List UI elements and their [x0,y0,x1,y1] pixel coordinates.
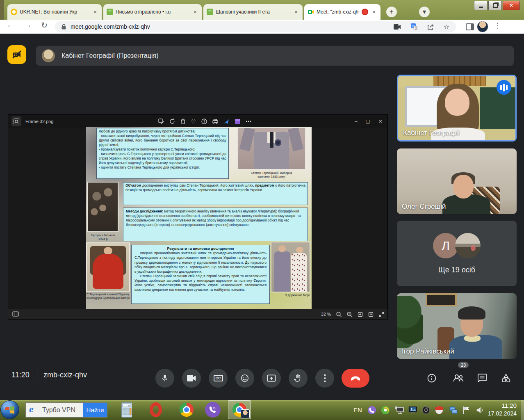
photos-filename: Frame 32.png [25,115,53,128]
info-icon[interactable] [201,119,207,124]
more-options-button[interactable] [315,369,334,388]
windows-taskbar: e Турбо VPN Найти 0 EN 1 [0,400,524,420]
tab-close-icon[interactable]: ✕ [192,9,198,15]
monitor-photo-tray-icon[interactable] [408,406,417,415]
antivirus-shield-tray-icon[interactable] [435,406,444,415]
taskbar-clock[interactable]: 11:20 17.02.2024 [467,402,517,417]
tab-participants[interactable]: Шановні учасники ІІ ета ✕ [203,4,303,20]
filmstrip-toggle-icon[interactable] [12,311,19,317]
security-360-tray-icon[interactable] [381,406,390,415]
favorite-heart-icon[interactable]: ♡ [191,119,196,125]
participants-icon[interactable] [453,373,464,382]
display-settings-tray-icon[interactable] [394,406,403,415]
tab-search-chevron-icon[interactable]: ▾ [419,7,430,17]
lock-icon[interactable] [62,24,66,30]
meeting-details-icon[interactable] [427,373,437,383]
back-icon[interactable]: ← [7,21,14,30]
avatar-landscape [455,233,481,258]
end-call-button[interactable] [342,369,369,388]
bookmark-star-icon[interactable]: ☆ [444,23,449,31]
minimize-button[interactable] [474,1,488,10]
tab-meet-active[interactable]: Meet: "zmb-cxiz-qhv ✕ [304,4,380,20]
url-text[interactable]: meet.google.com/zmb-cxiz-qhv [71,21,150,32]
forward-icon[interactable]: → [24,21,32,30]
tab-close-icon[interactable]: ✕ [293,9,299,15]
svg-text:文: 文 [415,27,417,30]
photos-minimize-icon[interactable]: – [355,119,358,124]
delete-icon[interactable] [180,119,186,124]
tab-title: UKR.NET: Всі новини Укр [20,9,89,15]
present-button[interactable] [262,369,281,388]
chrome-taskbar-icon[interactable] [180,403,194,417]
restore-button[interactable] [488,1,502,10]
start-button[interactable] [0,400,19,419]
tab-ukrnet[interactable]: UKR.NET: Всі новини Укр ✕ [7,4,102,20]
browser-menu-icon[interactable]: ⋮ [494,21,501,30]
tab-close-icon[interactable]: ✕ [371,9,377,15]
presentation-slide: любові до рідного краю та патріотизму пр… [86,127,312,310]
mic-button[interactable] [155,369,174,388]
tab-mail-sent[interactable]: Письмо отправлено • i.u ✕ [103,4,202,20]
close-button[interactable]: ✕ [503,1,520,10]
edge-share-icon[interactable] [223,119,230,125]
participants-count-badge: 23 [458,362,469,368]
find-button[interactable]: Найти [83,403,107,417]
tile-kabinet-geografii[interactable]: Кабінет Географії [397,75,517,142]
tab-close-icon[interactable]: ✕ [92,9,98,15]
tab-title: Письмо отправлено • i.u [116,9,189,15]
activities-icon[interactable] [501,373,511,383]
captions-button[interactable]: CC [209,369,228,388]
side-panel-icon[interactable] [466,23,474,30]
tile-igor-raikivskyi[interactable]: Ігор Райківський [397,293,517,359]
new-tab-button[interactable]: + [386,7,397,17]
address-bar[interactable]: meet.google.com/zmb-cxiz-qhv G文 ☆ [55,21,456,32]
tab-title: Шановні учасники ІІ ета [216,9,290,15]
viber-tray-icon[interactable] [367,406,376,415]
ie-icon: e [29,404,34,415]
reactions-button[interactable] [235,369,254,388]
presenter-banner[interactable]: Кабінет Географії (Презентація) [36,46,514,66]
server-tray-icon[interactable] [449,406,458,415]
slide-photo-couple [271,242,310,292]
calculator-taskbar-icon[interactable]: 0 [121,402,132,418]
actual-size-icon[interactable] [368,312,374,317]
divider [37,370,37,381]
zoom-out-icon[interactable] [336,312,342,317]
chat-icon[interactable] [477,373,487,383]
raise-hand-button[interactable] [289,369,308,388]
app-purple-icon[interactable] [235,119,240,124]
language-indicator[interactable]: EN [353,406,362,413]
camera-button[interactable] [182,369,201,388]
photos-restore-icon[interactable]: ▢ [366,119,370,124]
reload-icon[interactable]: ↻ [41,21,48,30]
opera-taskbar-icon[interactable] [150,402,162,417]
more-options-icon[interactable] [246,121,251,122]
translate-icon[interactable]: G文 [411,23,417,30]
edit-image-icon[interactable] [158,119,164,124]
print-icon[interactable] [212,119,218,124]
system-tray: EN [353,400,485,420]
zoom-in-icon[interactable] [347,312,352,317]
tab-title: Meet: "zmb-cxiz-qhv [317,9,359,15]
disc-tray-icon[interactable] [421,406,431,415]
slide-photo-family [87,182,118,232]
slide-methods-box: Методи дослідження: метод теоретичного а… [123,208,308,241]
slide-results-box: Результати та висновки дослідження Вперш… [131,245,270,304]
fit-to-window-icon[interactable] [358,312,363,317]
camera-off-warning-badge[interactable] [7,45,26,64]
browser-toolbar: ← → ↻ meet.google.com/zmb-cxiz-qhv G文 ☆ [0,20,524,34]
avatar-group: Л [397,233,517,258]
tile-oleg-yegreshii[interactable]: Олег Єгрешій [397,148,517,214]
zoom-level-text: 32 % [321,312,331,317]
share-icon[interactable] [427,24,434,30]
fullscreen-icon[interactable] [379,312,384,317]
vpn-search-box[interactable]: e Турбо VPN Найти [25,402,107,418]
chrome-active-taskbar-button[interactable] [228,400,251,419]
camera-in-use-icon[interactable] [394,24,401,30]
show-desktop-button[interactable] [521,400,524,420]
tile-more-participants[interactable]: Л Ще 19 осіб [397,221,517,286]
viber-taskbar-icon[interactable] [205,402,221,418]
photos-close-icon[interactable]: ✕ [378,119,383,124]
profile-avatar[interactable] [477,21,488,32]
rotate-icon[interactable] [169,119,175,124]
